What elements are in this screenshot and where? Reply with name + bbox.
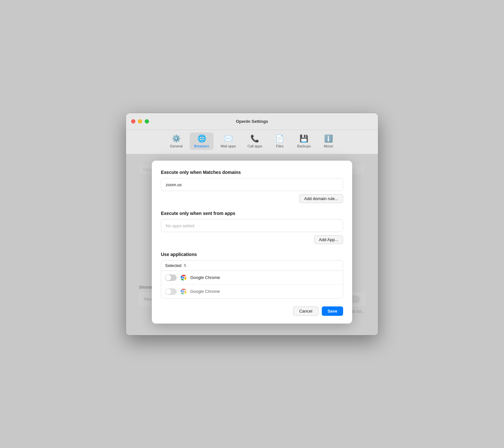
selected-text: Selected [165,263,182,268]
toggle-knob-2 [165,289,171,294]
domains-section: Execute only when Matches domains zoom.u… [161,170,343,203]
toolbar-item-backups[interactable]: 💾 Backups [293,133,315,150]
toolbar-label-browsers: Browsers [194,144,209,148]
app-name-2: Google Chrome [190,289,220,294]
toolbar-label-files: Files [276,144,283,148]
use-apps-section-title: Use applications [161,252,343,257]
modal-dialog: Execute only when Matches domains zoom.u… [152,161,352,324]
gear-icon: ⚙️ [172,134,181,143]
toolbar-item-call[interactable]: 📞 Call apps [243,133,267,150]
mail-icon: ✉️ [224,134,233,143]
app-name-1: Google Chrome [190,275,220,280]
save-button[interactable]: Save [322,306,343,316]
toolbar-item-mail[interactable]: ✉️ Mail apps [216,133,240,150]
no-apps-text: No apps added [166,223,194,228]
apps-section: Execute only when sent from apps No apps… [161,211,343,244]
app-row-1: Google Chrome [161,271,343,285]
domains-section-title: Execute only when Matches domains [161,170,343,175]
close-button[interactable] [131,119,135,123]
modal-footer: Cancel Save [161,306,343,316]
use-apps-section: Use applications Selected ⇅ [161,252,343,299]
toolbar: ⚙️ General 🌐 Browsers ✉️ Mail apps 📞 Cal… [126,130,378,154]
chevron-updown-icon: ⇅ [184,263,186,268]
toolbar-item-browsers[interactable]: 🌐 Browsers [190,133,214,150]
domain-input-wrapper: zoom.us [161,178,343,191]
traffic-lights [131,119,149,123]
add-domain-rule-button[interactable]: Add domain rule... [299,194,343,203]
add-app-button[interactable]: Add App... [314,235,343,244]
toolbar-label-general: General [170,144,183,148]
files-icon: 📄 [275,134,284,143]
toggle-switch-1[interactable] [165,274,177,281]
toggle-switch-2[interactable] [165,288,177,295]
toolbar-item-about[interactable]: ℹ️ About [318,133,339,150]
globe-icon: 🌐 [197,134,206,143]
toolbar-label-backups: Backups [297,144,311,148]
modal-backdrop: Execute only when Matches domains zoom.u… [126,154,378,335]
main-content: https://scheme.handler Shortened URLs Re… [126,154,378,335]
info-icon: ℹ️ [324,134,333,143]
backups-icon: 💾 [299,134,308,143]
svg-point-2 [183,277,184,279]
toolbar-label-call: Call apps [247,144,262,148]
toolbar-label-mail: Mail apps [221,144,236,148]
selected-dropdown[interactable]: Selected ⇅ [161,261,343,271]
toolbar-item-general[interactable]: ⚙️ General [165,133,187,150]
titlebar: OpenIn Settings [126,113,378,130]
svg-point-5 [183,291,184,293]
chrome-icon-2 [180,288,187,295]
phone-icon: 📞 [250,134,259,143]
toolbar-item-files[interactable]: 📄 Files [269,133,290,150]
maximize-button[interactable] [145,119,149,123]
cancel-button[interactable]: Cancel [293,306,318,316]
domain-value: zoom.us [166,182,182,187]
no-apps-box: No apps added [161,219,343,232]
main-window: OpenIn Settings ⚙️ General 🌐 Browsers ✉️… [126,113,378,335]
toolbar-label-about: About [324,144,333,148]
apps-section-title: Execute only when sent from apps [161,211,343,216]
window-title: OpenIn Settings [236,119,268,124]
applications-box: Selected ⇅ [161,260,343,299]
app-row-2: Google Chrome [161,285,343,298]
chrome-icon-1 [180,274,187,281]
minimize-button[interactable] [138,119,142,123]
toggle-knob-1 [165,275,171,281]
